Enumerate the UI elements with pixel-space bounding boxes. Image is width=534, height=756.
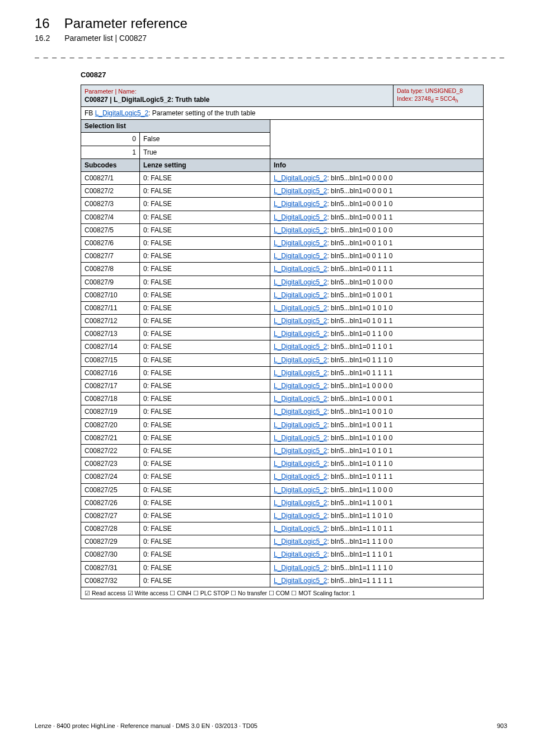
info-link[interactable]: L_DigitalLogic5_2	[274, 421, 327, 429]
info-link[interactable]: L_DigitalLogic5_2	[274, 434, 327, 442]
info-link[interactable]: L_DigitalLogic5_2	[274, 369, 327, 377]
info-cell: L_DigitalLogic5_2: bIn5...bIn1=0 1 0 0 1	[270, 288, 484, 301]
setting-cell: 0: FALSE	[140, 185, 270, 198]
setting-cell: 0: FALSE	[140, 366, 270, 379]
info-cell: L_DigitalLogic5_2: bIn5...bIn1=1 0 1 1 1	[270, 470, 484, 483]
info-link[interactable]: L_DigitalLogic5_2	[274, 499, 327, 507]
info-suffix: : bIn5...bIn1=1 0 1 1 1	[327, 473, 392, 480]
info-link[interactable]: L_DigitalLogic5_2	[274, 473, 327, 480]
table-row: C00827/320: FALSEL_DigitalLogic5_2: bIn5…	[81, 574, 484, 587]
info-cell: L_DigitalLogic5_2: bIn5...bIn1=1 1 1 0 1	[270, 548, 484, 561]
fb-suffix: : Parameter setting of the truth table	[148, 109, 255, 117]
selection-list-header: Selection list	[81, 120, 270, 133]
datatype-line2: Index: 23748	[397, 95, 431, 102]
selection-blank	[270, 120, 484, 159]
fb-prefix: FB	[85, 109, 95, 117]
subcode-cell: C00827/26	[81, 496, 140, 509]
info-cell: L_DigitalLogic5_2: bIn5...bIn1=1 1 0 0 1	[270, 496, 484, 509]
setting-cell: 0: FALSE	[140, 353, 270, 366]
table-row: C00827/140: FALSEL_DigitalLogic5_2: bIn5…	[81, 340, 484, 353]
subcode-cell: C00827/29	[81, 535, 140, 548]
info-cell: L_DigitalLogic5_2: bIn5...bIn1=0 0 1 1 1	[270, 263, 484, 276]
subcode-cell: C00827/20	[81, 418, 140, 431]
info-link[interactable]: L_DigitalLogic5_2	[274, 577, 327, 585]
info-link[interactable]: L_DigitalLogic5_2	[274, 408, 327, 416]
info-link[interactable]: L_DigitalLogic5_2	[274, 200, 327, 208]
info-link[interactable]: L_DigitalLogic5_2	[274, 330, 327, 338]
info-cell: L_DigitalLogic5_2: bIn5...bIn1=1 1 0 1 1	[270, 522, 484, 535]
setting-cell: 0: FALSE	[140, 548, 270, 561]
info-link[interactable]: L_DigitalLogic5_2	[274, 278, 327, 286]
parameter-table: Parameter | Name: C00827 | L_DigitalLogi…	[81, 85, 484, 599]
info-link[interactable]: L_DigitalLogic5_2	[274, 187, 327, 195]
setting-cell: 0: FALSE	[140, 509, 270, 522]
setting-cell: 0: FALSE	[140, 393, 270, 405]
info-cell: L_DigitalLogic5_2: bIn5...bIn1=0 1 0 1 0	[270, 301, 484, 314]
info-link[interactable]: L_DigitalLogic5_2	[274, 291, 327, 299]
subcode-cell: C00827/25	[81, 483, 140, 496]
info-suffix: : bIn5...bIn1=1 0 0 0 0	[327, 382, 392, 390]
info-link[interactable]: L_DigitalLogic5_2	[274, 356, 327, 364]
info-cell: L_DigitalLogic5_2: bIn5...bIn1=1 0 1 0 0	[270, 431, 484, 444]
table-row: C00827/240: FALSEL_DigitalLogic5_2: bIn5…	[81, 470, 484, 483]
info-cell: L_DigitalLogic5_2: bIn5...bIn1=1 0 1 0 1	[270, 444, 484, 457]
info-link[interactable]: L_DigitalLogic5_2	[274, 447, 327, 455]
info-link[interactable]: L_DigitalLogic5_2	[274, 174, 327, 182]
info-suffix: : bIn5...bIn1=1 1 1 0 1	[327, 550, 392, 558]
setting-cell: 0: FALSE	[140, 315, 270, 328]
setting-cell: 0: FALSE	[140, 561, 270, 574]
info-link[interactable]: L_DigitalLogic5_2	[274, 382, 327, 390]
table-row: C00827/150: FALSEL_DigitalLogic5_2: bIn5…	[81, 353, 484, 366]
info-suffix: : bIn5...bIn1=0 1 1 1 1	[327, 369, 392, 377]
subcode-cell: C00827/15	[81, 353, 140, 366]
table-row: C00827/70: FALSEL_DigitalLogic5_2: bIn5.…	[81, 250, 484, 263]
info-link[interactable]: L_DigitalLogic5_2	[274, 226, 327, 234]
table-row: C00827/50: FALSEL_DigitalLogic5_2: bIn5.…	[81, 223, 484, 236]
parameter-code-heading: C00827	[81, 71, 507, 79]
info-cell: L_DigitalLogic5_2: bIn5...bIn1=1 0 0 1 1	[270, 418, 484, 431]
page-footer-right: 903	[497, 722, 507, 729]
info-link[interactable]: L_DigitalLogic5_2	[274, 304, 327, 312]
info-link[interactable]: L_DigitalLogic5_2	[274, 512, 327, 520]
setting-cell: 0: FALSE	[140, 405, 270, 418]
info-link[interactable]: L_DigitalLogic5_2	[274, 538, 327, 545]
section-title: Parameter list | C00827	[64, 34, 147, 43]
subcode-cell: C00827/32	[81, 574, 140, 587]
info-link[interactable]: L_DigitalLogic5_2	[274, 239, 327, 247]
info-link[interactable]: L_DigitalLogic5_2	[274, 550, 327, 558]
info-suffix: : bIn5...bIn1=0 0 0 0 0	[327, 174, 392, 182]
info-link[interactable]: L_DigitalLogic5_2	[274, 317, 327, 325]
info-suffix: : bIn5...bIn1=1 1 0 1 1	[327, 525, 392, 533]
subcode-cell: C00827/16	[81, 366, 140, 379]
setting-cell: 0: FALSE	[140, 444, 270, 457]
subcode-cell: C00827/21	[81, 431, 140, 444]
subcode-cell: C00827/31	[81, 561, 140, 574]
info-suffix: : bIn5...bIn1=1 1 0 0 0	[327, 486, 392, 494]
subcode-cell: C00827/11	[81, 301, 140, 314]
info-link[interactable]: L_DigitalLogic5_2	[274, 395, 327, 403]
table-row: C00827/190: FALSEL_DigitalLogic5_2: bIn5…	[81, 405, 484, 418]
info-link[interactable]: L_DigitalLogic5_2	[274, 525, 327, 533]
info-suffix: : bIn5...bIn1=0 0 1 1 0	[327, 252, 392, 260]
info-suffix: : bIn5...bIn1=0 1 1 1 0	[327, 356, 392, 364]
info-suffix: : bIn5...bIn1=1 1 1 1 0	[327, 564, 392, 572]
info-link[interactable]: L_DigitalLogic5_2	[274, 486, 327, 494]
datatype-line1: Data type: UNSIGNED_8	[397, 87, 463, 94]
info-link[interactable]: L_DigitalLogic5_2	[274, 564, 327, 572]
info-cell: L_DigitalLogic5_2: bIn5...bIn1=0 0 0 1 1	[270, 211, 484, 223]
info-link[interactable]: L_DigitalLogic5_2	[274, 252, 327, 260]
info-link[interactable]: L_DigitalLogic5_2	[274, 460, 327, 468]
info-link[interactable]: L_DigitalLogic5_2	[274, 213, 327, 221]
info-cell: L_DigitalLogic5_2: bIn5...bIn1=0 0 0 1 0	[270, 198, 484, 211]
info-suffix: : bIn5...bIn1=0 0 1 1 1	[327, 265, 392, 273]
parameter-main: C00827 | L_DigitalLogic5_2: Truth table	[85, 96, 209, 104]
fb-link[interactable]: L_DigitalLogic5_2	[95, 109, 148, 117]
table-row: C00827/290: FALSEL_DigitalLogic5_2: bIn5…	[81, 535, 484, 548]
info-link[interactable]: L_DigitalLogic5_2	[274, 343, 327, 351]
table-row: C00827/300: FALSEL_DigitalLogic5_2: bIn5…	[81, 548, 484, 561]
parameter-label: Parameter | Name:	[85, 88, 137, 95]
subcode-cell: C00827/27	[81, 509, 140, 522]
setting-cell: 0: FALSE	[140, 223, 270, 236]
info-link[interactable]: L_DigitalLogic5_2	[274, 265, 327, 273]
setting-cell: 0: FALSE	[140, 250, 270, 263]
